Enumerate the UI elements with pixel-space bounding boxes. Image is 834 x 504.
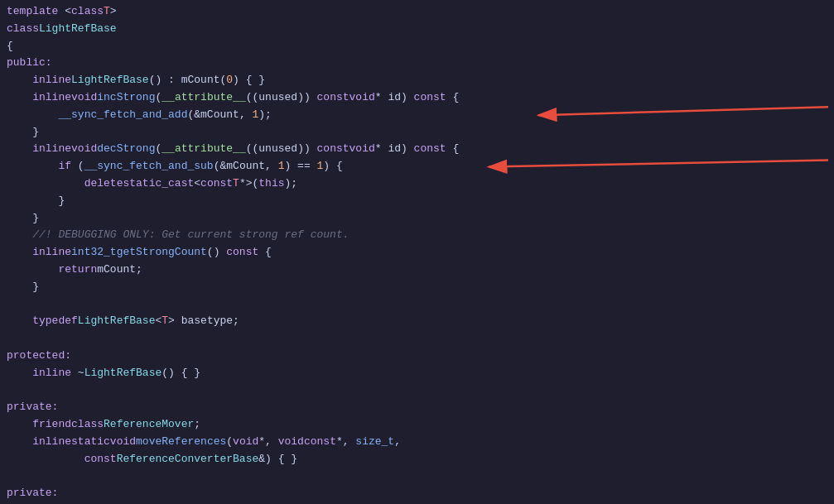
code-line: const ReferenceConverterBase&) { } [0, 451, 834, 468]
code-line: class LightRefBase [0, 21, 834, 38]
code-line [0, 382, 834, 400]
code-line: { [0, 38, 834, 55]
code-line: } [0, 193, 834, 210]
code-line: delete static_cast<const T*>(this); [0, 175, 834, 193]
code-content: template <class T>class LightRefBase{pub… [0, 3, 834, 504]
code-line: if (__sync_fetch_and_sub(&mCount, 1) == … [0, 158, 834, 175]
code-line: //! DEBUGGING ONLY: Get current strong r… [0, 227, 834, 244]
code-line: template <class T> [0, 3, 834, 21]
code-line: inline int32_t getStrongCount() const { [0, 244, 834, 262]
code-line: inline LightRefBase() : mCount(0) { } [0, 72, 834, 89]
code-line: inline void decStrong(__attribute__((unu… [0, 141, 834, 158]
code-line: __sync_fetch_and_add(&mCount, 1); [0, 107, 834, 124]
code-editor: template <class T>class LightRefBase{pub… [0, 0, 834, 504]
code-line [0, 296, 834, 314]
code-line [0, 468, 834, 486]
code-line: typedef LightRefBase<T> basetype; [0, 313, 834, 330]
code-line: friend class ReferenceMover; [0, 416, 834, 434]
code-line: } [0, 210, 834, 228]
code-line: private: [0, 485, 834, 502]
code-line: protected: [0, 348, 834, 365]
code-line: inline void incStrong(__attribute__((unu… [0, 89, 834, 107]
code-line: } [0, 279, 834, 296]
code-line: inline static void moveReferences(void*,… [0, 434, 834, 451]
code-line: public: [0, 55, 834, 72]
code-line [0, 330, 834, 348]
code-line: } [0, 124, 834, 142]
code-line: private: [0, 399, 834, 416]
code-line: return mCount; [0, 262, 834, 279]
code-line: inline ~LightRefBase() { } [0, 365, 834, 382]
